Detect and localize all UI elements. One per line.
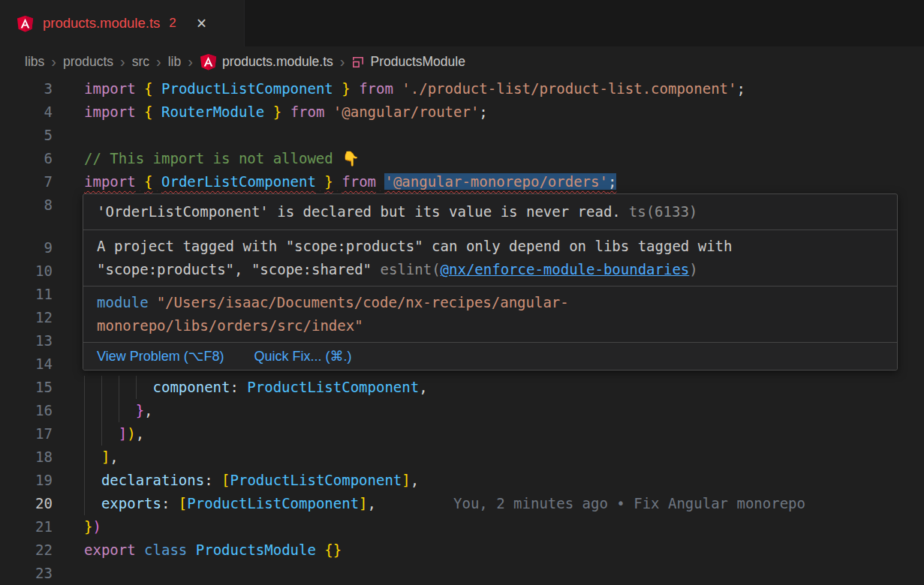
indent-guide [101,399,102,422]
breadcrumb-separator: › [120,53,125,70]
line-number[interactable]: 17 [0,422,53,446]
indent-guide [84,469,85,492]
breadcrumb-item-products-module-ts[interactable]: products.module.ts [200,53,333,70]
line-number[interactable]: 12 [0,306,53,329]
class-symbol-icon [351,56,365,69]
breadcrumb-label: ProductsModule [370,54,465,70]
eslint-source-open: eslint( [381,261,441,278]
breadcrumb-label: src [132,54,149,70]
view-problem-action[interactable]: View Problem (⌥F8) [97,348,224,364]
code-line-15[interactable]: 15 component: ProductListComponent, [0,376,924,399]
error-squiggle: import { OrderListComponent } from '@ang… [84,173,616,190]
indent-guide [119,376,119,399]
breadcrumb-item-products[interactable]: products [63,54,113,70]
code-line-content: ], [53,446,924,469]
code-line-6[interactable]: 6// This import is not allowed 👇 [0,147,924,170]
editor-tab-products-module[interactable]: products.module.ts 2 × [0,0,245,46]
module-keyword: module [97,294,149,310]
ts-diagnostic-message: 'OrderListComponent' is declared but its… [97,203,621,220]
line-number[interactable]: 16 [0,399,53,422]
code-line-4[interactable]: 4import { RouterModule } from '@angular/… [0,100,924,124]
indent-guide [84,446,85,469]
breadcrumb-separator: › [51,53,56,70]
module-path: "/Users/isaac/Documents/code/nx-recipes/… [97,294,569,334]
line-number[interactable]: 9 [0,236,53,260]
line-number[interactable]: 11 [0,283,53,306]
breadcrumb-separator: › [340,53,345,70]
breadcrumb-label: products.module.ts [222,54,333,70]
line-number[interactable]: 18 [0,446,53,469]
line-number[interactable]: 21 [0,515,53,538]
code-line-content: import { ProductListComponent } from './… [53,77,924,100]
breadcrumb-label: lib [168,54,182,70]
indent-guide [101,422,102,446]
line-number[interactable]: 7 [0,170,53,194]
indent-guide [136,376,137,399]
indent-guide [84,492,85,515]
code-line-20[interactable]: 20 exports: [ProductListComponent],You, … [0,492,924,515]
code-line-23[interactable]: 23 [0,562,924,585]
quick-fix-action[interactable]: Quick Fix... (⌘.) [254,348,351,364]
code-line-5[interactable]: 5 [0,124,924,147]
line-number[interactable]: 6 [0,147,53,170]
code-line-17[interactable]: 17 ]), [0,422,924,446]
indent-guide [84,399,85,422]
breadcrumb-separator: › [156,53,161,70]
code-line-content [53,562,924,585]
line-number[interactable]: 23 [0,562,53,585]
line-number[interactable]: 13 [0,329,53,352]
hover-actions-bar: View Problem (⌥F8) Quick Fix... (⌘.) [83,342,897,370]
eslint-message-line1: A project tagged with "scope:products" c… [97,235,883,258]
code-line-3[interactable]: 3import { ProductListComponent } from '.… [0,77,924,100]
git-blame-annotation: You, 2 minutes ago • Fix Angular monorep… [453,495,805,512]
tab-problem-count-badge: 2 [169,16,176,31]
line-number[interactable]: 4 [0,100,53,124]
line-number[interactable]: 3 [0,77,53,100]
code-line-16[interactable]: 16 }, [0,399,924,422]
problem-hover-popup: 'OrderListComponent' is declared but its… [83,194,898,370]
code-line-content: declarations: [ProductListComponent], [53,469,924,492]
line-number[interactable]: 19 [0,469,53,492]
line-number[interactable]: 5 [0,124,53,147]
code-line-7[interactable]: 7import { OrderListComponent } from '@an… [0,170,924,194]
line-number[interactable]: 10 [0,260,53,283]
code-line-content [53,124,924,147]
breadcrumb-item-lib[interactable]: lib [168,54,182,70]
line-number[interactable]: 15 [0,376,53,399]
code-line-content: import { RouterModule } from '@angular/r… [53,100,924,124]
breadcrumb-item-libs[interactable]: libs [25,54,44,70]
code-line-content: exports: [ProductListComponent],You, 2 m… [53,492,924,515]
line-number[interactable]: 14 [0,352,53,376]
breadcrumb-item-src[interactable]: src [132,54,149,70]
code-line-content: }) [53,515,924,538]
code-line-content: component: ProductListComponent, [53,376,924,399]
code-line-content: export class ProductsModule {} [53,538,924,562]
breadcrumb-item-productsmodule[interactable]: ProductsModule [351,54,465,70]
tab-filename: products.module.ts [43,15,160,32]
eslint-message-line2-text: "scope:products", "scope:shared" [97,261,381,278]
line-number[interactable]: 20 [0,492,53,515]
breadcrumb-label: products [63,54,113,70]
breadcrumb-separator: › [188,53,193,70]
eslint-rule-link[interactable]: @nx/enforce-module-boundaries [441,261,690,278]
code-line-content: ]), [53,422,924,446]
hover-ts-diagnostic: 'OrderListComponent' is declared but its… [83,194,897,230]
angular-icon [17,14,35,32]
indent-guide [119,399,119,422]
code-line-18[interactable]: 18 ], [0,446,924,469]
indent-guide [101,376,102,399]
tab-bar: products.module.ts 2 × [0,0,924,46]
indent-guide [84,422,85,446]
code-line-content: }, [53,399,924,422]
code-line-21[interactable]: 21}) [0,515,924,538]
angular-logo-icon [200,53,217,70]
eslint-source-close: ) [689,261,697,278]
breadcrumb-label: libs [25,54,44,70]
code-line-19[interactable]: 19 declarations: [ProductListComponent], [0,469,924,492]
indent-guide [84,376,85,399]
line-number[interactable]: 22 [0,538,53,562]
code-line-22[interactable]: 22export class ProductsModule {} [0,538,924,562]
close-icon[interactable]: × [197,15,206,32]
code-line-content: // This import is not allowed 👇 [53,147,924,170]
line-number[interactable]: 8 [0,194,53,217]
